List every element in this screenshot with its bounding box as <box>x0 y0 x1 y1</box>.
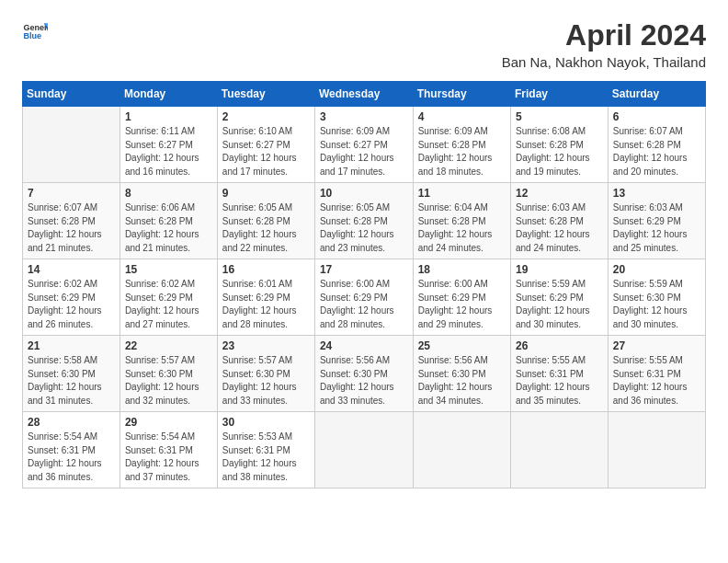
day-cell: 30Sunrise: 5:53 AM Sunset: 6:31 PM Dayli… <box>217 412 314 488</box>
day-cell: 3Sunrise: 6:09 AM Sunset: 6:27 PM Daylig… <box>314 107 413 183</box>
day-info: Sunrise: 6:02 AM Sunset: 6:29 PM Dayligh… <box>125 278 212 331</box>
day-info: Sunrise: 6:07 AM Sunset: 6:28 PM Dayligh… <box>613 125 700 178</box>
day-info: Sunrise: 6:05 AM Sunset: 6:28 PM Dayligh… <box>320 201 408 255</box>
day-cell: 29Sunrise: 5:54 AM Sunset: 6:31 PM Dayli… <box>119 412 217 488</box>
day-info: Sunrise: 5:59 AM Sunset: 6:29 PM Dayligh… <box>516 278 603 331</box>
day-number: 3 <box>320 110 408 123</box>
day-cell: 19Sunrise: 5:59 AM Sunset: 6:29 PM Dayli… <box>510 259 608 336</box>
day-info: Sunrise: 5:54 AM Sunset: 6:31 PM Dayligh… <box>125 431 212 484</box>
day-cell: 22Sunrise: 5:57 AM Sunset: 6:30 PM Dayli… <box>119 336 217 412</box>
day-number: 29 <box>125 416 212 429</box>
day-number: 22 <box>125 339 212 352</box>
column-header-tuesday: Tuesday <box>217 82 314 107</box>
day-info: Sunrise: 6:03 AM Sunset: 6:28 PM Dayligh… <box>516 201 603 255</box>
day-cell: 23Sunrise: 5:57 AM Sunset: 6:30 PM Dayli… <box>217 336 314 412</box>
week-row-2: 7Sunrise: 6:07 AM Sunset: 6:28 PM Daylig… <box>23 183 706 259</box>
day-info: Sunrise: 5:55 AM Sunset: 6:31 PM Dayligh… <box>613 354 700 408</box>
day-number: 2 <box>222 110 310 123</box>
day-cell: 13Sunrise: 6:03 AM Sunset: 6:29 PM Dayli… <box>608 183 705 259</box>
day-cell <box>413 412 510 488</box>
svg-text:General: General <box>23 23 48 32</box>
day-cell: 11Sunrise: 6:04 AM Sunset: 6:28 PM Dayli… <box>413 183 510 259</box>
column-header-friday: Friday <box>510 82 608 107</box>
day-info: Sunrise: 6:11 AM Sunset: 6:27 PM Dayligh… <box>125 125 212 178</box>
day-number: 4 <box>418 110 506 123</box>
day-cell: 1Sunrise: 6:11 AM Sunset: 6:27 PM Daylig… <box>119 107 217 183</box>
day-number: 28 <box>28 416 115 429</box>
day-info: Sunrise: 5:57 AM Sunset: 6:30 PM Dayligh… <box>125 354 212 408</box>
day-cell: 20Sunrise: 5:59 AM Sunset: 6:30 PM Dayli… <box>608 259 705 336</box>
header: General Blue April 2024 Ban Na, Nakhon N… <box>22 18 706 70</box>
day-number: 25 <box>418 339 506 352</box>
logo: General Blue <box>22 18 48 44</box>
week-row-1: 1Sunrise: 6:11 AM Sunset: 6:27 PM Daylig… <box>23 107 706 183</box>
column-header-wednesday: Wednesday <box>314 82 413 107</box>
day-info: Sunrise: 6:02 AM Sunset: 6:29 PM Dayligh… <box>28 278 115 331</box>
day-cell: 25Sunrise: 5:56 AM Sunset: 6:30 PM Dayli… <box>413 336 510 412</box>
day-info: Sunrise: 6:00 AM Sunset: 6:29 PM Dayligh… <box>418 278 506 331</box>
week-row-3: 14Sunrise: 6:02 AM Sunset: 6:29 PM Dayli… <box>23 259 706 336</box>
header-row: SundayMondayTuesdayWednesdayThursdayFrid… <box>23 82 706 107</box>
day-number: 16 <box>222 263 310 276</box>
day-cell: 4Sunrise: 6:09 AM Sunset: 6:28 PM Daylig… <box>413 107 510 183</box>
day-number: 21 <box>28 339 115 352</box>
day-number: 15 <box>125 263 212 276</box>
day-number: 23 <box>222 339 310 352</box>
day-number: 6 <box>613 110 700 123</box>
day-cell: 8Sunrise: 6:06 AM Sunset: 6:28 PM Daylig… <box>119 183 217 259</box>
day-info: Sunrise: 5:58 AM Sunset: 6:30 PM Dayligh… <box>28 354 115 408</box>
day-cell: 15Sunrise: 6:02 AM Sunset: 6:29 PM Dayli… <box>119 259 217 336</box>
day-info: Sunrise: 5:57 AM Sunset: 6:30 PM Dayligh… <box>222 354 310 408</box>
day-info: Sunrise: 6:09 AM Sunset: 6:28 PM Dayligh… <box>418 125 506 178</box>
day-info: Sunrise: 6:10 AM Sunset: 6:27 PM Dayligh… <box>222 125 310 178</box>
day-cell <box>510 412 608 488</box>
day-number: 24 <box>320 339 408 352</box>
day-info: Sunrise: 6:04 AM Sunset: 6:28 PM Dayligh… <box>418 201 506 255</box>
day-number: 30 <box>222 416 310 429</box>
day-info: Sunrise: 5:54 AM Sunset: 6:31 PM Dayligh… <box>28 431 115 484</box>
day-cell: 6Sunrise: 6:07 AM Sunset: 6:28 PM Daylig… <box>608 107 705 183</box>
day-info: Sunrise: 5:55 AM Sunset: 6:31 PM Dayligh… <box>516 354 603 408</box>
day-cell: 28Sunrise: 5:54 AM Sunset: 6:31 PM Dayli… <box>23 412 120 488</box>
column-header-thursday: Thursday <box>413 82 510 107</box>
svg-text:Blue: Blue <box>23 31 41 40</box>
day-info: Sunrise: 6:00 AM Sunset: 6:29 PM Dayligh… <box>320 278 408 331</box>
day-cell: 16Sunrise: 6:01 AM Sunset: 6:29 PM Dayli… <box>217 259 314 336</box>
day-info: Sunrise: 6:05 AM Sunset: 6:28 PM Dayligh… <box>222 201 310 255</box>
day-cell: 12Sunrise: 6:03 AM Sunset: 6:28 PM Dayli… <box>510 183 608 259</box>
logo-icon: General Blue <box>22 18 48 44</box>
day-cell <box>23 107 120 183</box>
calendar-title: April 2024 <box>502 18 706 52</box>
day-number: 13 <box>613 187 700 200</box>
day-info: Sunrise: 6:08 AM Sunset: 6:28 PM Dayligh… <box>516 125 603 178</box>
day-number: 19 <box>516 263 603 276</box>
day-cell <box>314 412 413 488</box>
day-number: 18 <box>418 263 506 276</box>
day-number: 26 <box>516 339 603 352</box>
day-cell: 17Sunrise: 6:00 AM Sunset: 6:29 PM Dayli… <box>314 259 413 336</box>
day-number: 5 <box>516 110 603 123</box>
day-number: 11 <box>418 187 506 200</box>
calendar-subtitle: Ban Na, Nakhon Nayok, Thailand <box>502 54 706 70</box>
day-number: 1 <box>125 110 212 123</box>
day-cell: 7Sunrise: 6:07 AM Sunset: 6:28 PM Daylig… <box>23 183 120 259</box>
day-number: 20 <box>613 263 700 276</box>
day-number: 7 <box>28 187 115 200</box>
day-info: Sunrise: 5:53 AM Sunset: 6:31 PM Dayligh… <box>222 431 310 484</box>
week-row-4: 21Sunrise: 5:58 AM Sunset: 6:30 PM Dayli… <box>23 336 706 412</box>
title-area: April 2024 Ban Na, Nakhon Nayok, Thailan… <box>502 18 706 70</box>
day-info: Sunrise: 5:56 AM Sunset: 6:30 PM Dayligh… <box>418 354 506 408</box>
day-info: Sunrise: 5:56 AM Sunset: 6:30 PM Dayligh… <box>320 354 408 408</box>
day-cell: 9Sunrise: 6:05 AM Sunset: 6:28 PM Daylig… <box>217 183 314 259</box>
day-info: Sunrise: 6:06 AM Sunset: 6:28 PM Dayligh… <box>125 201 212 255</box>
column-header-monday: Monday <box>119 82 217 107</box>
day-cell: 21Sunrise: 5:58 AM Sunset: 6:30 PM Dayli… <box>23 336 120 412</box>
day-cell: 14Sunrise: 6:02 AM Sunset: 6:29 PM Dayli… <box>23 259 120 336</box>
column-header-saturday: Saturday <box>608 82 705 107</box>
day-number: 17 <box>320 263 408 276</box>
calendar-table: SundayMondayTuesdayWednesdayThursdayFrid… <box>22 81 706 488</box>
day-cell: 24Sunrise: 5:56 AM Sunset: 6:30 PM Dayli… <box>314 336 413 412</box>
day-cell: 5Sunrise: 6:08 AM Sunset: 6:28 PM Daylig… <box>510 107 608 183</box>
column-header-sunday: Sunday <box>23 82 120 107</box>
day-info: Sunrise: 6:03 AM Sunset: 6:29 PM Dayligh… <box>613 201 700 255</box>
